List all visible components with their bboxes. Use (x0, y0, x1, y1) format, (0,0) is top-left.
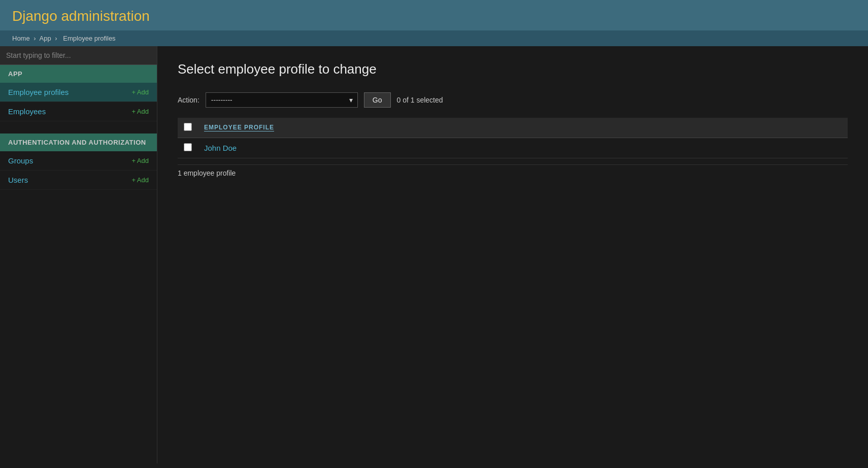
table-cell-employee-profile: John Doe (198, 138, 848, 158)
sidebar-item-employee-profiles-label: Employee profiles (8, 88, 69, 96)
sidebar-item-users-label: Users (8, 176, 28, 184)
action-select-wrapper: --------- Delete selected employee profi… (206, 92, 358, 108)
selected-count: 0 of 1 selected (397, 96, 443, 104)
sidebar-add-employees[interactable]: + Add (131, 108, 149, 115)
layout-container: APP Employee profiles + Add Employees + … (0, 46, 868, 463)
sidebar-gap (0, 121, 157, 133)
sidebar-add-employee-profiles[interactable]: + Add (131, 88, 149, 96)
sidebar-item-employees-label: Employees (8, 107, 46, 116)
table-header-row: EMPLOYEE PROFILE (178, 118, 848, 138)
page-title: Select employee profile to change (178, 61, 848, 77)
sidebar-item-employees[interactable]: Employees + Add (0, 102, 157, 121)
main-content: Select employee profile to change Action… (157, 46, 868, 463)
site-title: Django administration (12, 8, 856, 24)
action-bar: Action: --------- Delete selected employ… (178, 92, 848, 108)
table-cell-checkbox (178, 138, 198, 158)
sidebar-item-users[interactable]: Users + Add (0, 171, 157, 190)
table-row: John Doe (178, 138, 848, 158)
row-checkbox-john-doe[interactable] (184, 143, 192, 151)
sidebar-item-groups[interactable]: Groups + Add (0, 151, 157, 171)
sidebar-item-groups-label: Groups (8, 156, 33, 165)
sidebar-add-users[interactable]: + Add (131, 176, 149, 184)
action-label: Action: (178, 96, 199, 104)
column-sort-employee-profile[interactable]: EMPLOYEE PROFILE (204, 124, 274, 131)
table-header-checkbox-col (178, 118, 198, 138)
result-count: 1 employee profile (178, 164, 848, 177)
result-table: EMPLOYEE PROFILE John Doe (178, 118, 848, 158)
breadcrumb: Home › App › Employee profiles (0, 30, 868, 46)
header: Django administration (0, 0, 868, 30)
sidebar-add-groups[interactable]: + Add (131, 157, 149, 164)
sidebar-filter-input[interactable] (0, 46, 157, 65)
breadcrumb-home[interactable]: Home (12, 35, 30, 42)
sidebar-item-employee-profiles[interactable]: Employee profiles + Add (0, 83, 157, 102)
select-all-checkbox[interactable] (184, 123, 192, 131)
go-button[interactable]: Go (364, 92, 391, 108)
sidebar-section-app: APP (0, 65, 157, 83)
table-header-employee-profile: EMPLOYEE PROFILE (198, 118, 848, 138)
breadcrumb-current: Employee profiles (63, 35, 115, 42)
sidebar-section-auth: AUTHENTICATION AND AUTHORIZATION (0, 133, 157, 151)
sidebar: APP Employee profiles + Add Employees + … (0, 46, 157, 463)
employee-profile-link-john-doe[interactable]: John Doe (204, 144, 237, 152)
action-select[interactable]: --------- Delete selected employee profi… (206, 92, 358, 108)
breadcrumb-app[interactable]: App (40, 35, 51, 42)
